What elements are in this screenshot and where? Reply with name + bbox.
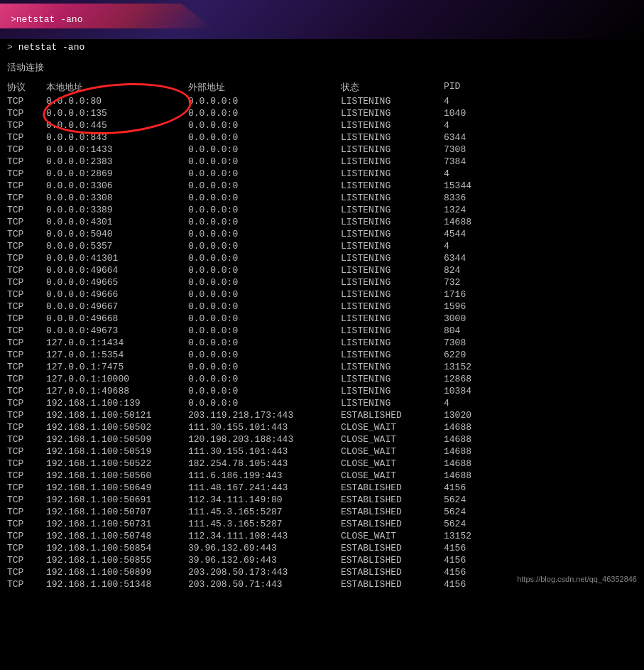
- table-row: TCP 0.0.0.0:843 0.0.0.0:0 LISTENING 6344: [0, 131, 644, 144]
- cell-foreign: 203.208.50.71:443: [188, 579, 341, 590]
- cell-pid: 7308: [444, 144, 501, 155]
- cell-proto: TCP: [7, 277, 46, 288]
- cell-state: LISTENING: [341, 120, 444, 131]
- cell-local: 192.168.1.100:50731: [46, 519, 188, 529]
- cell-proto: TCP: [7, 434, 46, 445]
- command-prompt: >netstat -ano: [11, 14, 82, 25]
- cell-state: CLOSE_WAIT: [341, 434, 444, 445]
- cell-proto: TCP: [7, 325, 46, 336]
- cell-pid: 15344: [444, 180, 501, 191]
- table-row: TCP 0.0.0.0:1433 0.0.0.0:0 LISTENING 730…: [0, 144, 644, 156]
- cell-local: 0.0.0.0:445: [46, 120, 188, 131]
- cell-state: LISTENING: [341, 108, 444, 119]
- cell-proto: TCP: [7, 519, 46, 529]
- table-row: TCP 192.168.1.100:50121 203.119.218.173:…: [0, 409, 644, 421]
- cell-state: LISTENING: [341, 374, 444, 384]
- cell-foreign: 0.0.0.0:0: [188, 108, 341, 119]
- cell-pid: 1040: [444, 108, 501, 119]
- cell-pid: 14688: [444, 470, 501, 481]
- cell-foreign: 203.208.50.173:443: [188, 567, 341, 578]
- cell-foreign: 0.0.0.0:0: [188, 120, 341, 131]
- table-row: TCP 192.168.1.100:50509 120.198.203.188:…: [0, 433, 644, 445]
- table-row: TCP 192.168.1.100:50691 112.34.111.149:8…: [0, 494, 644, 506]
- cell-foreign: 0.0.0.0:0: [188, 205, 341, 215]
- cell-foreign: 39.96.132.69:443: [188, 555, 341, 566]
- table-row: TCP 0.0.0.0:3308 0.0.0.0:0 LISTENING 833…: [0, 192, 644, 204]
- cell-proto: TCP: [7, 120, 46, 131]
- cell-proto: TCP: [7, 398, 46, 409]
- cell-pid: 804: [444, 325, 501, 336]
- cell-local: 0.0.0.0:2383: [46, 156, 188, 167]
- cell-local: 127.0.0.1:1434: [46, 337, 188, 348]
- cell-local: 0.0.0.0:5357: [46, 241, 188, 252]
- cell-local: 192.168.1.100:50121: [46, 410, 188, 421]
- cell-foreign: 111.45.3.165:5287: [188, 519, 341, 529]
- cell-local: 127.0.0.1:49688: [46, 386, 188, 396]
- cell-pid: 7384: [444, 156, 501, 167]
- cell-state: LISTENING: [341, 337, 444, 348]
- cell-foreign: 0.0.0.0:0: [188, 96, 341, 107]
- table-row: TCP 192.168.1.100:50560 111.6.186.199:44…: [0, 470, 644, 482]
- table-row: TCP 0.0.0.0:3389 0.0.0.0:0 LISTENING 132…: [0, 204, 644, 216]
- cell-proto: TCP: [7, 567, 46, 578]
- cell-pid: 1324: [444, 205, 501, 215]
- cell-proto: TCP: [7, 241, 46, 252]
- cell-pid: 14688: [444, 422, 501, 433]
- cell-proto: TCP: [7, 337, 46, 348]
- cell-local: 192.168.1.100:50854: [46, 543, 188, 553]
- cell-state: ESTABLISHED: [341, 567, 444, 578]
- cell-local: 192.168.1.100:50899: [46, 567, 188, 578]
- cell-pid: 8336: [444, 193, 501, 203]
- cell-state: ESTABLISHED: [341, 555, 444, 566]
- table-header: 协议 本地地址 外部地址 状态 PID: [0, 80, 644, 95]
- cell-proto: TCP: [7, 265, 46, 276]
- cell-pid: 4: [444, 398, 501, 409]
- cell-pid: 4: [444, 168, 501, 179]
- cell-state: LISTENING: [341, 277, 444, 288]
- table-row: TCP 127.0.0.1:7475 0.0.0.0:0 LISTENING 1…: [0, 361, 644, 373]
- cell-local: 0.0.0.0:3389: [46, 205, 188, 215]
- table-row: TCP 192.168.1.100:50854 39.96.132.69:443…: [0, 542, 644, 554]
- cell-state: ESTABLISHED: [341, 410, 444, 421]
- cell-state: LISTENING: [341, 180, 444, 191]
- cell-pid: 6344: [444, 132, 501, 143]
- cell-local: 0.0.0.0:4301: [46, 217, 188, 227]
- cell-foreign: 0.0.0.0:0: [188, 374, 341, 384]
- header-proto: 协议: [7, 81, 46, 94]
- table-row: TCP 0.0.0.0:135 0.0.0.0:0 LISTENING 1040: [0, 107, 644, 119]
- cell-proto: TCP: [7, 168, 46, 179]
- cell-local: 0.0.0.0:49664: [46, 265, 188, 276]
- cell-foreign: 112.34.111.149:80: [188, 495, 341, 505]
- cell-local: 0.0.0.0:843: [46, 132, 188, 143]
- table-row: TCP 192.168.1.100:50519 111.30.155.101:4…: [0, 445, 644, 458]
- cell-proto: TCP: [7, 410, 46, 421]
- table-row: TCP 0.0.0.0:2869 0.0.0.0:0 LISTENING 4: [0, 168, 644, 180]
- cell-foreign: 111.30.155.101:443: [188, 446, 341, 457]
- table-row: TCP 0.0.0.0:49665 0.0.0.0:0 LISTENING 73…: [0, 276, 644, 288]
- table-row: TCP 0.0.0.0:49667 0.0.0.0:0 LISTENING 15…: [0, 301, 644, 313]
- cell-proto: TCP: [7, 193, 46, 203]
- table-row: TCP 0.0.0.0:80 0.0.0.0:0 LISTENING 4: [0, 95, 644, 107]
- header-local: 本地地址: [46, 81, 188, 94]
- cell-pid: 12868: [444, 374, 501, 384]
- cell-foreign: 111.30.155.101:443: [188, 422, 341, 433]
- section-title: 活动连接: [0, 60, 644, 75]
- cell-state: LISTENING: [341, 265, 444, 276]
- cell-foreign: 0.0.0.0:0: [188, 265, 341, 276]
- cell-foreign: 112.34.111.108:443: [188, 531, 341, 541]
- cell-state: LISTENING: [341, 398, 444, 409]
- header-foreign: 外部地址: [188, 81, 341, 94]
- cell-proto: TCP: [7, 180, 46, 191]
- cell-proto: TCP: [7, 555, 46, 566]
- table-row: TCP 192.168.1.100:50522 182.254.78.105:4…: [0, 458, 644, 470]
- terminal-window: >netstat -ano > netstat -ano 活动连接 协议 本地地…: [0, 0, 644, 590]
- cell-pid: 14688: [444, 434, 501, 445]
- cell-foreign: 111.6.186.199:443: [188, 470, 341, 481]
- cell-local: 0.0.0.0:1433: [46, 144, 188, 155]
- cell-state: ESTABLISHED: [341, 482, 444, 493]
- watermark: https://blog.csdn.net/qq_46352846: [517, 575, 637, 583]
- cell-state: LISTENING: [341, 168, 444, 179]
- table-row: TCP 192.168.1.100:50748 112.34.111.108:4…: [0, 530, 644, 542]
- cell-foreign: 0.0.0.0:0: [188, 193, 341, 203]
- cmd-line: > netstat -ano: [0, 39, 644, 55]
